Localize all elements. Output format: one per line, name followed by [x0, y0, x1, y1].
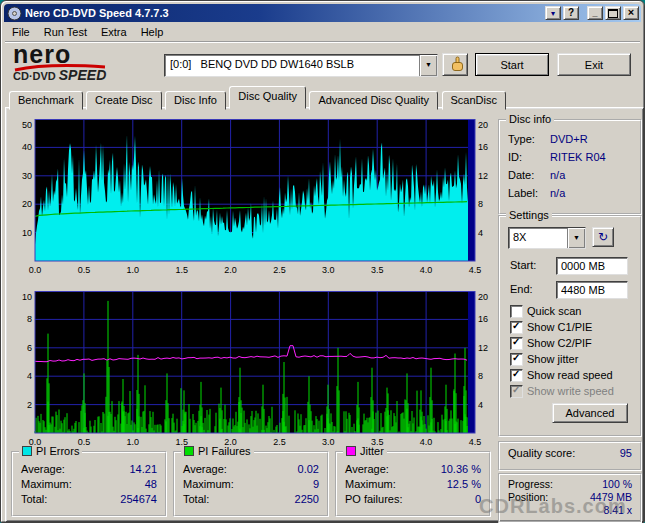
- jitter-legend-swatch: [346, 446, 356, 456]
- pi-failures-title: PI Failures: [181, 445, 254, 457]
- advanced-button[interactable]: Advanced: [552, 403, 628, 423]
- svg-text:3.5: 3.5: [371, 265, 384, 275]
- window-title: Nero CD-DVD Speed 4.7.7.3: [25, 7, 545, 19]
- svg-text:1.0: 1.0: [127, 265, 140, 275]
- disc-date-row: Date:n/a: [500, 169, 640, 183]
- checkbox-box[interactable]: ✓: [510, 321, 523, 334]
- pif-total: 2250: [295, 493, 319, 505]
- tab-disc-quality[interactable]: Disc Quality: [229, 86, 306, 109]
- settings-group: Settings 8X ▼ ↻ Start: End: ✓Quick scan …: [498, 215, 642, 437]
- menu-run-test[interactable]: Run Test: [37, 24, 94, 40]
- maximize-button[interactable]: [605, 6, 621, 20]
- close-button[interactable]: ×: [623, 6, 639, 20]
- checkbox-show-jitter[interactable]: ✓Show jitter: [510, 353, 636, 367]
- disc-label-value: n/a: [550, 187, 565, 199]
- minimize-button[interactable]: _: [587, 6, 603, 20]
- logo-swoosh: [13, 62, 108, 72]
- svg-text:2: 2: [27, 400, 32, 410]
- svg-text:1.5: 1.5: [175, 265, 188, 275]
- scan-speed-select[interactable]: 8X ▼: [508, 227, 586, 249]
- close-icon: ×: [628, 6, 634, 18]
- svg-text:0.0: 0.0: [29, 265, 42, 275]
- svg-text:1.0: 1.0: [127, 437, 140, 447]
- refresh-speeds-button[interactable]: ↻: [592, 227, 614, 247]
- chevron-down-icon[interactable]: ▼: [567, 228, 585, 248]
- down-arrow-icon: ▾: [551, 9, 555, 18]
- pi-errors-title: PI Errors: [19, 445, 82, 457]
- svg-text:4.0: 4.0: [420, 437, 433, 447]
- checkbox-show-c1-pie[interactable]: ✓Show C1/PIE: [510, 321, 636, 335]
- svg-text:8: 8: [478, 371, 483, 381]
- progress-row: Progress:100 %: [500, 478, 640, 492]
- quality-score-group: Quality score:95: [498, 441, 642, 471]
- tab-benchmark[interactable]: Benchmark: [9, 91, 83, 110]
- quality-score-value: 95: [620, 447, 632, 459]
- svg-text:4: 4: [478, 400, 483, 410]
- checkbox-show-write-speed: ✓Show write speed: [510, 385, 636, 399]
- svg-text:4: 4: [478, 228, 483, 238]
- maximize-icon: [608, 9, 618, 18]
- disc-id-row: ID:RITEK R04: [500, 151, 640, 165]
- app-window: Nero CD-DVD Speed 4.7.7.3 ▾ ? _ × File R…: [0, 0, 645, 523]
- drive-action-button[interactable]: [442, 53, 468, 76]
- svg-text:50: 50: [22, 120, 32, 130]
- progress-group: Progress:100 % Position:4479 MB 8.41 x: [498, 473, 642, 523]
- svg-text:8: 8: [478, 199, 483, 209]
- exit-button[interactable]: Exit: [557, 53, 631, 76]
- svg-text:8: 8: [27, 314, 32, 324]
- po-failures: 0: [475, 493, 481, 505]
- hand-icon: [449, 56, 465, 72]
- menu-help[interactable]: Help: [134, 24, 171, 40]
- menu-extra[interactable]: Extra: [94, 24, 134, 40]
- checkbox-quick-scan[interactable]: ✓Quick scan: [510, 305, 636, 319]
- disc-id-value: RITEK R04: [550, 151, 606, 163]
- jitter-title: Jitter: [343, 445, 387, 457]
- tab-disc-info[interactable]: Disc Info: [165, 91, 226, 110]
- tab-advanced-disc-quality[interactable]: Advanced Disc Quality: [309, 91, 438, 110]
- tab-create-disc[interactable]: Create Disc: [86, 91, 161, 110]
- refresh-icon: ↻: [598, 230, 608, 244]
- svg-text:4: 4: [27, 371, 32, 381]
- pie-average: 14.21: [129, 463, 157, 475]
- svg-text:0.5: 0.5: [78, 265, 91, 275]
- start-button[interactable]: Start: [475, 53, 549, 76]
- menu-file[interactable]: File: [5, 24, 37, 40]
- question-icon: ?: [568, 7, 574, 18]
- minimize-icon: _: [592, 8, 597, 19]
- pie-total: 254674: [120, 493, 157, 505]
- checkbox-show-read-speed[interactable]: ✓Show read speed: [510, 369, 636, 383]
- tab-strip: Benchmark Create Disc Disc Info Disc Qua…: [9, 86, 505, 108]
- svg-text:2.0: 2.0: [224, 265, 237, 275]
- checkbox-box[interactable]: ✓: [510, 353, 523, 366]
- drive-select-value: [0:0] BENQ DVD DD DW1640 BSLB: [165, 55, 419, 76]
- position-value: 4479 MB: [590, 491, 632, 503]
- position-row: Position:4479 MB: [500, 491, 640, 505]
- pie-maximum: 48: [145, 478, 157, 490]
- chevron-down-icon[interactable]: ▼: [419, 55, 437, 76]
- scan-speed-value: 8X: [509, 228, 567, 248]
- titlebar-extra-button[interactable]: ▾: [545, 6, 561, 20]
- svg-text:3.0: 3.0: [322, 265, 335, 275]
- svg-text:30: 30: [22, 171, 32, 181]
- disc-label-row: Label:n/a: [500, 187, 640, 201]
- help-button[interactable]: ?: [563, 6, 579, 20]
- checkbox-show-c2-pif[interactable]: ✓Show C2/PIF: [510, 337, 636, 351]
- checkbox-box[interactable]: ✓: [510, 369, 523, 382]
- svg-text:40: 40: [22, 142, 32, 152]
- pif-average: 0.02: [298, 463, 319, 475]
- jitter-average: 10.36 %: [441, 463, 481, 475]
- start-position-input[interactable]: [556, 257, 628, 275]
- start-position-row: Start:: [500, 257, 640, 275]
- tab-scandisc[interactable]: ScanDisc: [442, 91, 506, 110]
- checkbox-box[interactable]: ✓: [510, 337, 523, 350]
- menu-bar: File Run Test Extra Help: [5, 23, 640, 42]
- end-position-input[interactable]: [556, 281, 628, 299]
- svg-text:10: 10: [22, 292, 32, 302]
- svg-text:20: 20: [22, 199, 32, 209]
- quality-score-row: Quality score:95: [500, 447, 640, 461]
- title-bar[interactable]: Nero CD-DVD Speed 4.7.7.3 ▾ ? _ ×: [4, 4, 641, 22]
- pif-jitter-chart: 108642201612840.00.51.01.52.02.53.03.54.…: [11, 291, 493, 449]
- checkbox-box[interactable]: ✓: [510, 305, 523, 318]
- drive-select[interactable]: [0:0] BENQ DVD DD DW1640 BSLB ▼: [164, 54, 438, 77]
- svg-text:12: 12: [478, 171, 488, 181]
